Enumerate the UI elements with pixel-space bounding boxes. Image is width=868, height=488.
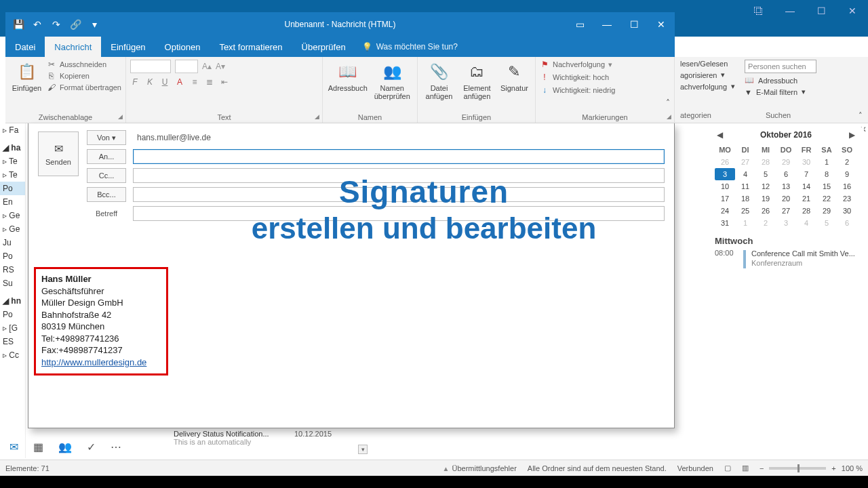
folder-item[interactable]: ▹ Ge bbox=[0, 222, 25, 236]
shrink-font-icon[interactable]: A▾ bbox=[216, 62, 225, 71]
followup-button[interactable]: ⚑Nachverfolgung ▾ bbox=[540, 60, 670, 69]
calendar-day[interactable]: 1 bbox=[816, 156, 837, 168]
calendar-day[interactable]: 24 bbox=[715, 205, 735, 217]
calendar-day[interactable]: 11 bbox=[735, 180, 755, 192]
folder-item[interactable]: ▹ [G bbox=[0, 321, 25, 335]
format-painter-button[interactable]: 🖌Format übertragen bbox=[47, 83, 121, 92]
cut-button[interactable]: ✂Ausschneiden bbox=[47, 60, 121, 69]
cc-button[interactable]: Cc... bbox=[87, 168, 126, 183]
filter-email-button[interactable]: ▼ E-Mail filtern ▾ bbox=[745, 87, 816, 96]
calendar-day[interactable]: 5 bbox=[816, 217, 837, 229]
calendar-day[interactable]: 28 bbox=[755, 156, 776, 168]
folder-item[interactable]: Po bbox=[0, 182, 25, 195]
folder-item[interactable]: ▹ Te bbox=[0, 168, 25, 182]
underline-button[interactable]: U bbox=[160, 77, 170, 87]
msg-popup-icon[interactable]: ▭ bbox=[566, 12, 593, 37]
calendar-day[interactable]: 16 bbox=[837, 180, 857, 192]
font-color-button[interactable]: A bbox=[175, 77, 184, 87]
folder-item[interactable]: Po bbox=[0, 249, 25, 263]
calendar-day[interactable]: 17 bbox=[715, 192, 735, 205]
main-popup-icon[interactable]: ⿻ bbox=[743, 0, 774, 22]
nav-more-icon[interactable]: ⋯ bbox=[111, 441, 121, 453]
italic-button[interactable]: K bbox=[145, 77, 155, 87]
calendar-day[interactable]: 20 bbox=[776, 192, 796, 205]
nav-people-icon[interactable]: 👥 bbox=[58, 441, 72, 453]
grow-font-icon[interactable]: A▴ bbox=[202, 62, 212, 71]
calendar-day[interactable]: 2 bbox=[755, 217, 776, 229]
bullets-button[interactable]: ≡ bbox=[190, 77, 199, 87]
folder-item[interactable]: ▹ Te bbox=[0, 155, 25, 168]
folder-item[interactable]: Po bbox=[0, 308, 25, 321]
folder-item[interactable]: Su bbox=[0, 277, 25, 290]
addressbook-button[interactable]: 📖 Adressbuch bbox=[327, 60, 369, 92]
calendar-day[interactable]: 7 bbox=[796, 168, 816, 180]
calendar-day[interactable]: 28 bbox=[796, 205, 816, 217]
calendar-day[interactable]: 1 bbox=[735, 217, 755, 229]
view-reading-icon[interactable]: ▥ bbox=[742, 464, 749, 472]
read-unread-button[interactable]: lesen/Gelesen bbox=[680, 60, 735, 68]
nav-calendar-icon[interactable]: ▦ bbox=[33, 441, 43, 453]
categorize-button[interactable]: agorisieren ▾ bbox=[680, 70, 735, 79]
attach-item-button[interactable]: 🗂 Element anfügen bbox=[459, 60, 495, 100]
save-icon[interactable]: 💾 bbox=[12, 19, 24, 30]
next-month-icon[interactable]: ▶ bbox=[848, 130, 857, 140]
font-size-combo[interactable] bbox=[175, 60, 198, 73]
importance-low-button[interactable]: ↓Wichtigkeit: niedrig bbox=[540, 85, 670, 95]
calendar-day[interactable]: 22 bbox=[816, 192, 837, 205]
calendar-day[interactable]: 4 bbox=[796, 217, 816, 229]
main-maximize-icon[interactable]: ☐ bbox=[806, 0, 837, 22]
to-button[interactable]: An... bbox=[87, 149, 126, 164]
send-button[interactable]: ✉ Senden bbox=[38, 131, 79, 176]
redo-icon[interactable]: ↷ bbox=[50, 19, 62, 30]
dialog-launcher-icon[interactable]: ◢ bbox=[315, 113, 319, 120]
subject-field[interactable] bbox=[133, 206, 665, 221]
copy-button[interactable]: ⎘Kopieren bbox=[47, 71, 121, 81]
prev-month-icon[interactable]: ◀ bbox=[715, 130, 724, 140]
calendar-day[interactable]: 25 bbox=[735, 205, 755, 217]
main-followup-button[interactable]: achverfolgung ▾ bbox=[680, 82, 735, 91]
status-send-error[interactable]: Übermittlungsfehler bbox=[443, 464, 517, 472]
people-search-input[interactable]: Personen suchen bbox=[745, 60, 816, 73]
calendar-day[interactable]: 30 bbox=[796, 156, 816, 168]
msg-maximize-icon[interactable]: ☐ bbox=[620, 12, 648, 37]
calendar-day[interactable]: 21 bbox=[796, 192, 816, 205]
msg-close-icon[interactable]: ✕ bbox=[648, 12, 675, 37]
scroll-down-icon[interactable]: ▾ bbox=[358, 445, 368, 454]
signature-button[interactable]: ✎ Signatur bbox=[498, 60, 531, 92]
to-field[interactable] bbox=[133, 149, 665, 164]
main-addressbook-button[interactable]: 📖 Adressbuch bbox=[745, 76, 816, 85]
bcc-button[interactable]: Bcc... bbox=[87, 187, 126, 202]
qat-customize-icon[interactable]: ▾ bbox=[88, 19, 100, 30]
calendar-day[interactable]: 27 bbox=[735, 156, 755, 168]
paste-button[interactable]: 📋 Einfügen bbox=[9, 60, 44, 92]
bcc-field[interactable] bbox=[133, 187, 665, 202]
folder-item[interactable]: En bbox=[0, 195, 25, 209]
tell-me-search[interactable]: Was möchten Sie tun? bbox=[362, 37, 458, 57]
indent-button[interactable]: ⇤ bbox=[220, 77, 229, 87]
calendar-day[interactable]: 27 bbox=[776, 205, 796, 217]
tab-insert[interactable]: Einfügen bbox=[101, 37, 155, 57]
nav-mail-icon[interactable]: ✉ bbox=[9, 441, 18, 453]
collapse-ribbon-icon[interactable]: ˄ bbox=[859, 111, 863, 120]
calendar-day[interactable]: 6 bbox=[837, 217, 857, 229]
font-family-combo[interactable] bbox=[130, 60, 171, 73]
tab-file[interactable]: Datei bbox=[5, 37, 45, 57]
calendar-day[interactable]: 6 bbox=[776, 168, 796, 180]
calendar-day[interactable]: 9 bbox=[837, 168, 857, 180]
folder-item[interactable]: ◢ hn bbox=[0, 294, 25, 308]
calendar-day[interactable]: 14 bbox=[796, 180, 816, 192]
folder-item[interactable]: Ju bbox=[0, 236, 25, 249]
bold-button[interactable]: F bbox=[130, 77, 140, 87]
zoom-slider[interactable] bbox=[769, 467, 826, 470]
calendar-day[interactable]: 30 bbox=[837, 205, 857, 217]
main-minimize-icon[interactable]: — bbox=[774, 0, 806, 22]
dialog-launcher-icon[interactable]: ◢ bbox=[118, 113, 123, 120]
main-close-icon[interactable]: ✕ bbox=[837, 0, 868, 22]
calendar-day[interactable]: 19 bbox=[755, 192, 776, 205]
zoom-out-icon[interactable]: − bbox=[760, 464, 764, 472]
calendar-day[interactable]: 5 bbox=[755, 168, 776, 180]
folder-item[interactable]: RS bbox=[0, 263, 25, 277]
zoom-in-icon[interactable]: + bbox=[831, 464, 835, 472]
msg-minimize-icon[interactable]: — bbox=[593, 12, 620, 37]
numbering-button[interactable]: ≣ bbox=[205, 77, 214, 87]
